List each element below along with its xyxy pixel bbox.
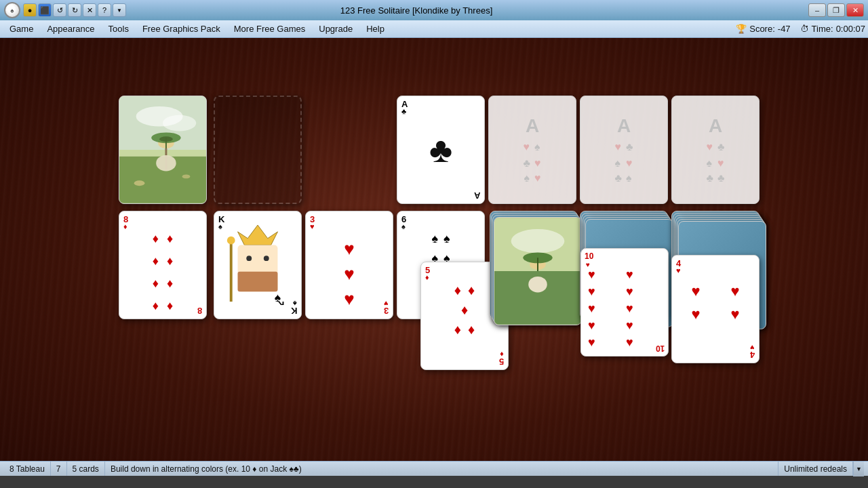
minimize-button[interactable]: – xyxy=(808,3,826,17)
hint-status: Build down in alternating colors (ex. 10… xyxy=(105,462,778,476)
svg-point-11 xyxy=(134,180,145,186)
svg-text:K: K xyxy=(277,300,284,305)
f2-suit4: ♥ xyxy=(626,157,633,169)
score-label: Score: xyxy=(749,24,775,34)
redeals-label: Unlimited redeals xyxy=(784,464,847,474)
time-block: ⏱ Time: 0:00:07 xyxy=(800,24,865,34)
redeals-status: Unlimited redeals xyxy=(778,462,853,476)
f1-suit3: ♣ xyxy=(524,157,531,169)
svg-point-16 xyxy=(246,256,252,261)
time-icon: ⏱ xyxy=(800,24,809,34)
count-value: 7 xyxy=(56,464,61,474)
quick-btn-1[interactable]: ● xyxy=(23,3,37,17)
score-icon: 🏆 xyxy=(736,24,747,34)
f1-suit6: ♥ xyxy=(534,172,541,184)
tableau-col7-top[interactable]: 4 ♥ ♥ ♥ ♥ ♥ 4 ♥ xyxy=(671,255,760,363)
foundation-2[interactable]: A ♥ ♣ ♠ ♥ ♣ ♠ xyxy=(580,96,668,204)
quick-access-toolbar: ● ⬛ ↺ ↻ ✕ ? ▼ xyxy=(23,0,126,20)
tableau-col5-top[interactable] xyxy=(494,217,582,325)
foundation-3-rank: A xyxy=(709,115,722,137)
time-value: 0:00:07 xyxy=(836,24,865,34)
foundation-3[interactable]: A ♥ ♣ ♠ ♥ ♣ ♣ xyxy=(671,96,760,204)
ace-suit-tl: ♣ xyxy=(401,107,406,115)
f1-suit4: ♥ xyxy=(534,157,542,169)
f2-suit3: ♠ xyxy=(615,157,623,169)
hint-label: Build down in alternating colors (ex. 10… xyxy=(111,464,302,474)
tableau-col6-top[interactable]: 10 ♥ ♥ ♥ ♥ ♥ ♥ ♥ ♥ ♥ ♥ ♥ 10 xyxy=(580,248,669,357)
svg-point-19 xyxy=(227,237,235,245)
quick-btn-menu[interactable]: ▼ xyxy=(113,3,126,17)
ace-clubs-center: ♣ xyxy=(429,129,452,170)
cards-status: 5 cards xyxy=(67,462,105,476)
titlebar: ♠ ● ⬛ ↺ ↻ ✕ ? ▼ 123 Free Solitaire [Klon… xyxy=(0,0,868,20)
f2-suit5: ♣ xyxy=(615,172,623,184)
cards-label: 5 cards xyxy=(73,464,99,474)
f3-suit4: ♥ xyxy=(717,157,725,169)
svg-point-9 xyxy=(156,155,176,171)
f3-suit5: ♣ xyxy=(707,172,714,184)
menu-upgrade[interactable]: Upgrade xyxy=(312,22,359,36)
scrollbar-end[interactable]: ▼ xyxy=(853,462,864,476)
svg-point-24 xyxy=(511,229,565,253)
svg-rect-15 xyxy=(238,272,278,291)
svg-point-12 xyxy=(182,174,191,178)
foundation-1-rank: A xyxy=(526,115,539,137)
svg-point-4 xyxy=(163,115,196,131)
f2-suit6: ♠ xyxy=(626,172,633,184)
f1-suit1: ♥ xyxy=(524,141,531,153)
tableau-label: 8 Tableau xyxy=(9,464,45,474)
score-value: -47 xyxy=(778,24,791,34)
quick-btn-redo[interactable]: ↻ xyxy=(68,3,81,17)
restore-button[interactable]: ❐ xyxy=(827,3,845,17)
f1-suit2: ♠ xyxy=(534,141,542,153)
menu-help[interactable]: Help xyxy=(359,22,391,36)
quick-btn-undo[interactable]: ↺ xyxy=(53,3,66,17)
f3-suit3: ♠ xyxy=(707,157,714,169)
ace-rank-br: A xyxy=(474,190,480,201)
app-icon: ♠ xyxy=(4,2,20,18)
statusbar: 8 Tableau 7 5 cards Build down in altern… xyxy=(0,461,868,476)
svg-point-28 xyxy=(528,277,547,293)
game-area[interactable]: A ♣ ♣ A A ♥ ♠ ♣ ♥ ♠ ♥ A ♥ ♣ ♠ ♥ ♣ ♠ xyxy=(0,38,868,461)
f3-suit6: ♣ xyxy=(717,172,725,184)
f1-suit5: ♠ xyxy=(524,172,531,184)
menubar: Game Appearance Tools Free Graphics Pack… xyxy=(0,20,868,38)
score-area: 🏆 Score: -47 ⏱ Time: 0:00:07 xyxy=(736,24,865,34)
tableau-status: 8 Tableau xyxy=(4,462,51,476)
menu-appearance[interactable]: Appearance xyxy=(40,22,101,36)
score-block: 🏆 Score: -47 xyxy=(736,24,790,34)
menu-more-games[interactable]: More Free Games xyxy=(227,22,312,36)
svg-marker-13 xyxy=(238,225,278,245)
menu-free-graphics[interactable]: Free Graphics Pack xyxy=(136,22,227,36)
menu-game[interactable]: Game xyxy=(3,22,40,36)
count-status: 7 xyxy=(51,462,67,476)
quick-btn-help[interactable]: ? xyxy=(98,3,111,17)
close-button[interactable]: ✕ xyxy=(846,3,864,17)
ace-clubs-foundation[interactable]: A ♣ ♣ A xyxy=(397,96,485,204)
tableau-col2-card1[interactable]: K ♠ ♠ K K ♠ xyxy=(214,211,302,319)
tableau-col1-card1[interactable]: 8 ♦ ♦ ♦ ♦ ♦ ♦ ♦ ♦ ♦ 8 xyxy=(119,211,207,319)
waste-pile[interactable] xyxy=(214,96,302,204)
quick-btn-2[interactable]: ⬛ xyxy=(38,3,52,17)
svg-point-17 xyxy=(264,256,269,261)
quick-btn-cancel[interactable]: ✕ xyxy=(83,3,96,17)
window-title: 123 Free Solitaire [Klondike by Threes] xyxy=(24,5,808,16)
foundation-2-rank: A xyxy=(617,115,631,137)
f2-suit2: ♣ xyxy=(626,141,633,153)
svg-point-10 xyxy=(159,136,173,142)
time-label: Time: xyxy=(812,24,833,34)
f3-suit1: ♥ xyxy=(707,141,714,153)
menu-tools[interactable]: Tools xyxy=(102,22,136,36)
f2-suit1: ♥ xyxy=(615,141,623,153)
window-controls: – ❐ ✕ xyxy=(808,3,864,17)
tableau-col3-card1[interactable]: 3 ♥ ♥ ♥ ♥ 3 ♥ xyxy=(305,211,393,319)
foundation-1[interactable]: A ♥ ♠ ♣ ♥ ♠ ♥ xyxy=(488,96,576,204)
stock-pile[interactable] xyxy=(119,96,207,204)
f3-suit2: ♣ xyxy=(717,141,725,153)
